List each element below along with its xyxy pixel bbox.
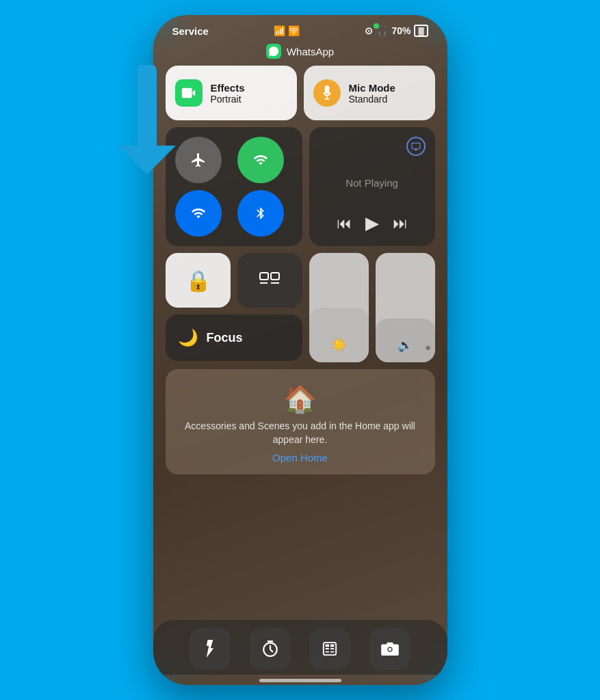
bottom-tiles-row: 🔒 🌙 Focus [166, 253, 435, 362]
calculator-button[interactable] [309, 628, 350, 669]
mic-subtitle: Standard [349, 94, 395, 105]
effects-tile-text: Effects Portrait [211, 82, 245, 105]
svg-rect-6 [271, 273, 279, 280]
phone-container: Service 📶 🛜 ⊙ 🎧 70% ▓ WhatsApp [153, 15, 447, 685]
not-playing-label: Not Playing [319, 173, 426, 193]
small-buttons-row: 🔒 [166, 253, 302, 308]
effects-title: Effects [211, 82, 245, 94]
flashlight-button[interactable] [190, 628, 231, 669]
carrier-label: Service [172, 25, 209, 37]
brightness-slider[interactable]: ☀️ [309, 253, 369, 362]
svg-rect-12 [326, 645, 330, 647]
effects-video-icon [175, 79, 203, 107]
cellular-button[interactable] [237, 137, 284, 183]
focus-moon-icon: 🌙 [178, 328, 198, 347]
control-center-area: Effects Portrait Mi [153, 66, 447, 615]
screen-mirror-button[interactable] [237, 253, 302, 308]
status-bar: Service 📶 🛜 ⊙ 🎧 70% ▓ [153, 15, 447, 41]
fast-forward-button[interactable]: ⏭ [393, 215, 408, 232]
whatsapp-bar: WhatsApp [153, 41, 447, 66]
svg-rect-15 [330, 648, 335, 649]
phone-content: Service 📶 🛜 ⊙ 🎧 70% ▓ WhatsApp [153, 15, 447, 685]
home-app-icon: 🏠 [284, 384, 316, 414]
mic-tile-text: Mic Mode Standard [349, 82, 395, 105]
home-description: Accessories and Scenes you add in the Ho… [177, 420, 424, 446]
home-indicator [259, 679, 341, 682]
play-button[interactable]: ▶ [365, 213, 379, 234]
svg-point-19 [388, 648, 391, 651]
rotation-lock-button[interactable]: 🔒 [166, 253, 231, 308]
top-tiles-row: Effects Portrait Mi [166, 66, 435, 120]
brightness-icon: ☀️ [330, 336, 348, 353]
focus-button[interactable]: 🌙 Focus [166, 314, 302, 361]
status-right: ⊙ 🎧 70% ▓ [365, 25, 428, 37]
svg-rect-5 [260, 273, 268, 280]
bluetooth-button[interactable] [237, 190, 284, 237]
battery-percent: 70% [391, 25, 410, 36]
whatsapp-icon [266, 44, 281, 59]
whatsapp-label: WhatsApp [287, 46, 334, 57]
volume-icon: 🔈 [397, 338, 413, 353]
svg-rect-14 [326, 648, 330, 649]
home-section: 🏠 Accessories and Scenes you add in the … [166, 369, 435, 474]
effects-tile[interactable]: Effects Portrait [166, 66, 297, 120]
wifi-button[interactable] [175, 190, 222, 237]
small-tiles-col: 🔒 🌙 Focus [166, 253, 302, 362]
rewind-button[interactable]: ⏮ [337, 215, 352, 232]
location-icon: ⊙ [365, 25, 373, 36]
mid-tiles-row: Not Playing ⏮ ▶ ⏭ [166, 127, 435, 246]
svg-rect-13 [330, 645, 335, 647]
media-tile: Not Playing ⏮ ▶ ⏭ [309, 127, 435, 246]
mic-mode-icon [313, 79, 341, 107]
mic-mode-tile[interactable]: Mic Mode Standard [304, 66, 435, 120]
media-controls: ⏮ ▶ ⏭ [319, 210, 426, 237]
svg-rect-2 [324, 85, 329, 94]
sliders-col: ☀️ 🔈 ✳ [309, 253, 435, 362]
camera-button[interactable] [369, 628, 410, 669]
battery-icon: ▓ [414, 25, 428, 37]
svg-rect-17 [330, 651, 335, 653]
bottom-dock [153, 620, 447, 675]
connectivity-tile [166, 127, 302, 246]
media-top [319, 137, 426, 156]
effects-subtitle: Portrait [211, 94, 245, 105]
bluetooth-volume-icon: ✳ [425, 344, 431, 353]
headphone-icon: 🎧 [376, 25, 388, 36]
svg-rect-16 [326, 651, 330, 653]
open-home-link[interactable]: Open Home [272, 452, 328, 463]
airplay-button[interactable] [406, 137, 426, 156]
mic-title: Mic Mode [349, 82, 395, 94]
airplane-mode-button[interactable] [175, 137, 222, 183]
focus-label: Focus [207, 331, 243, 345]
wifi-status-icon: 📶 🛜 [274, 25, 300, 36]
timer-button[interactable] [250, 628, 291, 669]
volume-slider[interactable]: 🔈 ✳ [376, 253, 435, 362]
